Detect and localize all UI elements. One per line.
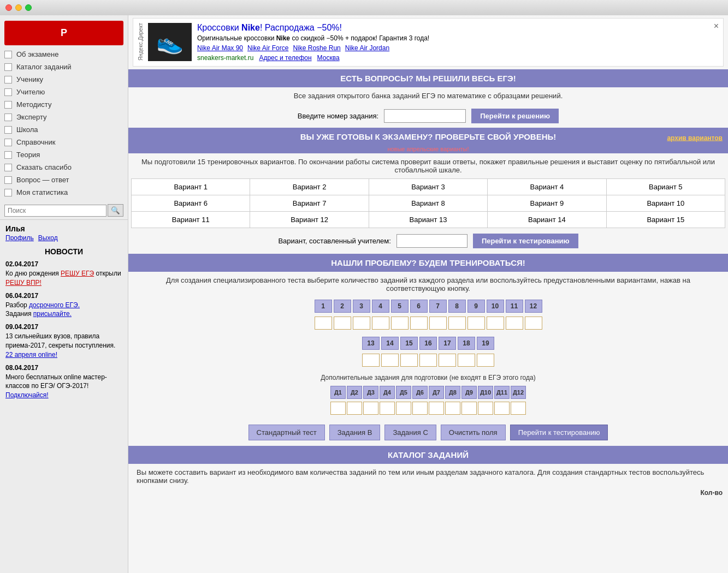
number-btn-18[interactable]: 18 (458, 337, 475, 350)
dop-btn-Д7[interactable]: Д7 (429, 386, 444, 399)
variant-cell-11[interactable]: Вариант 11 (132, 212, 250, 228)
variant-cell-10[interactable]: Вариант 10 (607, 195, 725, 212)
number-input-12[interactable] (525, 317, 542, 330)
number-input-16[interactable] (419, 354, 437, 367)
number-input-13[interactable] (362, 354, 380, 367)
ad-link-airmax[interactable]: Nike Air Max 90 (197, 44, 243, 52)
dop-btn-Д5[interactable]: Д5 (396, 386, 411, 399)
number-btn-9[interactable]: 9 (467, 300, 485, 313)
news-link-dosrochno[interactable]: досрочного ЕГЭ. (29, 301, 80, 309)
number-btn-5[interactable]: 5 (391, 300, 409, 313)
number-input-3[interactable] (353, 317, 370, 330)
btn-b[interactable]: Задания В (329, 425, 381, 440)
btn-c[interactable]: Задания С (384, 425, 436, 440)
variant-cell-6[interactable]: Вариант 6 (132, 195, 250, 212)
number-input-5[interactable] (391, 317, 409, 330)
variant-cell-4[interactable]: Вариант 4 (488, 179, 606, 195)
ad-link-airforce[interactable]: Nike Air Force (247, 44, 288, 52)
number-input-18[interactable] (458, 354, 475, 367)
btn-standard[interactable]: Стандартный тест (248, 425, 325, 440)
dop-btn-Д3[interactable]: Д3 (363, 386, 378, 399)
dop-input-Д7[interactable] (429, 402, 444, 415)
close-button[interactable] (5, 4, 12, 11)
dop-input-Д9[interactable] (461, 402, 477, 415)
number-btn-14[interactable]: 14 (381, 337, 399, 350)
dop-btn-Д10[interactable]: Д10 (478, 386, 493, 399)
news-link-online[interactable]: 22 апреля online! (5, 351, 57, 359)
number-input-6[interactable] (410, 317, 428, 330)
variant-cell-8[interactable]: Вариант 8 (369, 195, 488, 212)
number-btn-7[interactable]: 7 (429, 300, 447, 313)
dop-input-Д4[interactable] (380, 402, 395, 415)
dop-input-Д10[interactable] (478, 402, 493, 415)
dop-input-Д8[interactable] (445, 402, 460, 415)
variant-cell-5[interactable]: Вариант 5 (607, 179, 725, 195)
variant-cell-14[interactable]: Вариант 14 (488, 212, 606, 228)
number-input-8[interactable] (448, 317, 466, 330)
dop-btn-Д11[interactable]: Д11 (494, 386, 510, 399)
number-input-15[interactable] (400, 354, 418, 367)
news-link-vpr[interactable]: РЕШУ ВПР! (5, 279, 42, 286)
btn-go-testing[interactable]: Перейти к тестированию (510, 425, 608, 440)
variant-cell-13[interactable]: Вариант 13 (369, 212, 488, 228)
variant-cell-2[interactable]: Вариант 2 (250, 179, 369, 195)
variant-cell-7[interactable]: Вариант 7 (250, 195, 369, 212)
sidebar-item-4[interactable]: Методисту (0, 98, 128, 111)
number-btn-2[interactable]: 2 (334, 300, 351, 313)
sidebar-item-3[interactable]: Учителю (0, 86, 128, 98)
dop-btn-Д12[interactable]: Д12 (511, 386, 526, 399)
number-input-4[interactable] (372, 317, 389, 330)
dop-input-Д11[interactable] (494, 402, 510, 415)
dop-btn-Д1[interactable]: Д1 (330, 386, 346, 399)
news-link-reshu[interactable]: РЕШУ ЕГЭ (61, 270, 94, 277)
number-input-9[interactable] (467, 317, 485, 330)
number-btn-11[interactable]: 11 (506, 300, 523, 313)
ad-close-button[interactable]: × (714, 21, 719, 31)
number-btn-19[interactable]: 19 (477, 337, 494, 350)
sidebar-item-11[interactable]: Моя статистика (0, 186, 128, 199)
sidebar-item-2[interactable]: Ученику (0, 73, 128, 86)
number-btn-13[interactable]: 13 (362, 337, 380, 350)
variant-cell-3[interactable]: Вариант 3 (369, 179, 488, 195)
variant-cell-15[interactable]: Вариант 15 (607, 212, 725, 228)
number-input-11[interactable] (506, 317, 523, 330)
number-input-19[interactable] (477, 354, 494, 367)
number-btn-1[interactable]: 1 (315, 300, 332, 313)
number-btn-4[interactable]: 4 (372, 300, 389, 313)
number-btn-10[interactable]: 10 (487, 300, 504, 313)
dop-input-Д2[interactable] (347, 402, 362, 415)
archive-link[interactable]: архив вариантов (667, 134, 723, 141)
sidebar-item-10[interactable]: Вопрос — ответ (0, 174, 128, 186)
sidebar-item-1[interactable]: Каталог заданий (0, 61, 128, 73)
sidebar-item-8[interactable]: Теория (0, 148, 128, 161)
zadanie-input[interactable] (384, 109, 466, 123)
dop-input-Д12[interactable] (511, 402, 526, 415)
number-btn-8[interactable]: 8 (448, 300, 466, 313)
maximize-button[interactable] (25, 4, 32, 11)
ad-link-roshe[interactable]: Nike Roshe Run (293, 44, 340, 52)
number-btn-15[interactable]: 15 (400, 337, 418, 350)
dop-input-Д6[interactable] (412, 402, 428, 415)
variant-cell-1[interactable]: Вариант 1 (132, 179, 250, 195)
variant-cell-12[interactable]: Вариант 12 (250, 212, 369, 228)
number-btn-16[interactable]: 16 (419, 337, 437, 350)
btn-clear[interactable]: Очистить поля (441, 425, 506, 440)
number-btn-6[interactable]: 6 (410, 300, 428, 313)
number-input-1[interactable] (315, 317, 332, 330)
sidebar-item-0[interactable]: Об экзамене (0, 48, 128, 61)
number-input-7[interactable] (429, 317, 447, 330)
sidebar-item-7[interactable]: Справочник (0, 136, 128, 148)
dop-input-Д5[interactable] (396, 402, 411, 415)
sidebar-item-5[interactable]: Эксперту (0, 111, 128, 123)
news-link-podklyuchajsya[interactable]: Подключайся! (5, 391, 49, 399)
dop-btn-Д9[interactable]: Д9 (461, 386, 477, 399)
profile-link[interactable]: Профиль (5, 234, 34, 242)
minimize-button[interactable] (15, 4, 22, 11)
variant-cell-9[interactable]: Вариант 9 (488, 195, 606, 212)
zadanie-button[interactable]: Перейти к решению (471, 109, 559, 123)
dop-btn-Д2[interactable]: Д2 (347, 386, 362, 399)
dop-btn-Д4[interactable]: Д4 (380, 386, 395, 399)
number-btn-17[interactable]: 17 (439, 337, 456, 350)
dop-input-Д1[interactable] (330, 402, 346, 415)
ad-link-jordan[interactable]: Nike Air Jordan (345, 44, 389, 52)
